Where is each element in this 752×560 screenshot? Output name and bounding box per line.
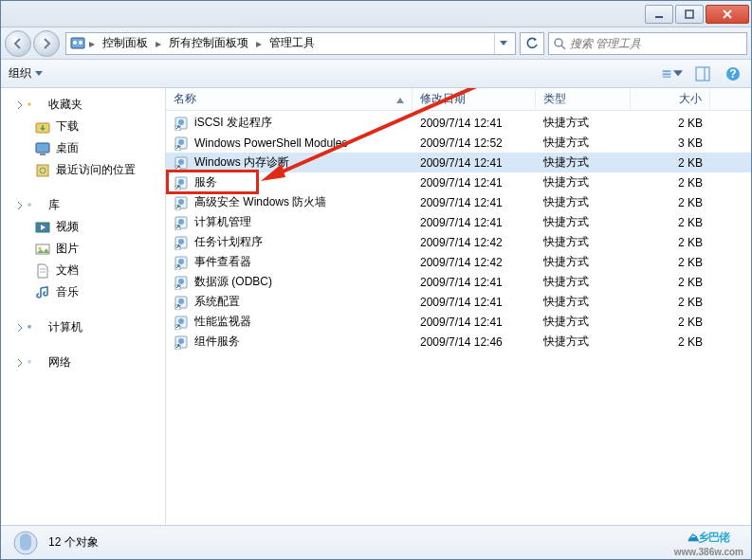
file-date: 2009/7/14 12:41: [413, 196, 536, 209]
table-row[interactable]: 组件服务2009/7/14 12:46快捷方式2 KB: [166, 332, 751, 352]
file-date: 2009/7/14 12:42: [413, 236, 536, 249]
address-bar[interactable]: ▸ 控制面板 ▸ 所有控制面板项 ▸ 管理工具: [65, 32, 516, 55]
control-panel-icon: [70, 36, 85, 51]
file-name: 组件服务: [194, 334, 240, 350]
watermark-brand: 乡巴佬: [698, 531, 729, 544]
file-type: 快捷方式: [536, 334, 631, 350]
download-folder-icon: [35, 119, 50, 135]
search-icon: [553, 37, 566, 50]
svg-rect-17: [36, 143, 49, 153]
search-input[interactable]: [570, 37, 743, 50]
sidebar-item-label: 文档: [56, 262, 79, 279]
svg-rect-11: [663, 76, 671, 77]
shortcut-file-icon: [174, 155, 189, 171]
sidebar-group-label: 网络: [48, 354, 71, 370]
expand-icon: [18, 101, 22, 109]
maximize-button[interactable]: [675, 5, 704, 24]
sidebar-group-label: 库: [48, 197, 60, 213]
svg-rect-1: [686, 10, 693, 18]
file-size: 2 KB: [631, 216, 710, 229]
shortcut-file-icon: [174, 334, 189, 350]
breadcrumb-item[interactable]: 所有控制面板项: [165, 33, 252, 53]
table-row[interactable]: 高级安全 Windows 防火墙2009/7/14 12:41快捷方式2 KB: [166, 192, 751, 212]
back-button[interactable]: [5, 30, 31, 57]
svg-point-36: [178, 119, 184, 125]
star-icon: [28, 98, 43, 113]
table-row[interactable]: 数据源 (ODBC)2009/7/14 12:41快捷方式2 KB: [166, 272, 751, 292]
shortcut-file-icon: [174, 275, 189, 290]
breadcrumb-item[interactable]: 管理工具: [266, 33, 319, 53]
search-box[interactable]: [548, 32, 747, 55]
svg-rect-30: [28, 325, 31, 327]
sidebar-group-收藏夹[interactable]: 收藏夹: [1, 94, 165, 116]
close-button[interactable]: [706, 5, 749, 24]
titlebar: [1, 1, 751, 27]
minimize-button[interactable]: [645, 5, 673, 24]
table-row[interactable]: 服务2009/7/14 12:41快捷方式2 KB: [166, 172, 751, 192]
address-dropdown[interactable]: [494, 33, 511, 54]
help-button[interactable]: ?: [723, 63, 743, 84]
file-type: 快捷方式: [536, 115, 631, 131]
sidebar-item-视频[interactable]: 视频: [1, 216, 165, 238]
sidebar-group-网络[interactable]: 网络: [1, 352, 165, 373]
file-date: 2009/7/14 12:41: [413, 276, 536, 289]
svg-point-60: [178, 279, 184, 284]
sort-asc-icon: [396, 93, 404, 106]
sidebar-item-音乐[interactable]: 音乐: [1, 281, 165, 303]
view-button[interactable]: [662, 63, 683, 84]
breadcrumb-item[interactable]: 控制面板: [99, 33, 152, 53]
table-row[interactable]: 事件查看器2009/7/14 12:42快捷方式2 KB: [166, 252, 751, 272]
svg-line-8: [561, 45, 565, 49]
sidebar-item-图片[interactable]: 图片: [1, 238, 165, 260]
table-row[interactable]: iSCSI 发起程序2009/7/14 12:41快捷方式2 KB: [166, 113, 751, 133]
table-row[interactable]: 计算机管理2009/7/14 12:41快捷方式2 KB: [166, 212, 751, 232]
shortcut-file-icon: [174, 295, 189, 310]
sidebar-item-最近访问的位置[interactable]: 最近访问的位置: [1, 159, 165, 181]
chevron-down-icon: [35, 71, 43, 77]
table-row[interactable]: 性能监视器2009/7/14 12:41快捷方式2 KB: [166, 312, 751, 332]
sidebar-item-label: 音乐: [56, 284, 79, 300]
svg-point-27: [39, 246, 42, 249]
expand-icon: [18, 324, 22, 332]
column-type[interactable]: 类型: [536, 88, 631, 110]
computer-icon: [28, 320, 43, 335]
svg-point-69: [178, 338, 184, 344]
sidebar-item-下载[interactable]: 下载: [1, 116, 165, 137]
file-size: 3 KB: [631, 136, 710, 150]
svg-rect-31: [28, 328, 30, 329]
table-row[interactable]: 系统配置2009/7/14 12:41快捷方式2 KB: [166, 292, 751, 312]
status-bar: 12 个对象: [1, 525, 751, 559]
file-name: 事件查看器: [194, 254, 251, 270]
table-row[interactable]: 任务计划程序2009/7/14 12:42快捷方式2 KB: [166, 232, 751, 252]
sidebar-item-文档[interactable]: 文档: [1, 260, 165, 281]
file-date: 2009/7/14 12:52: [413, 136, 536, 150]
sidebar-group-库[interactable]: 库: [1, 194, 165, 216]
shortcut-file-icon: [174, 215, 189, 230]
shortcut-file-icon: [174, 135, 189, 151]
shortcut-file-icon: [174, 255, 189, 270]
preview-pane-button[interactable]: [692, 63, 713, 84]
expand-icon: [18, 359, 22, 367]
table-row[interactable]: Windows PowerShell Modules2009/7/14 12:5…: [166, 133, 751, 153]
status-count: 12 个对象: [48, 534, 99, 551]
breadcrumb-sep: ▸: [254, 37, 264, 50]
sidebar-item-桌面[interactable]: 桌面: [1, 137, 165, 159]
file-date: 2009/7/14 12:41: [413, 216, 536, 229]
file-type: 快捷方式: [536, 274, 631, 290]
video-icon: [35, 220, 50, 235]
svg-point-54: [178, 239, 184, 244]
sidebar-item-label: 下载: [56, 118, 79, 135]
refresh-button[interactable]: [520, 32, 544, 55]
column-size[interactable]: 大小: [631, 88, 710, 110]
organize-menu[interactable]: 组织: [9, 65, 43, 81]
column-date[interactable]: 修改日期: [413, 88, 536, 110]
table-row[interactable]: Windows 内存诊断2009/7/14 12:41快捷方式2 KB: [166, 153, 751, 172]
file-date: 2009/7/14 12:41: [413, 117, 536, 130]
forward-button[interactable]: [33, 30, 60, 57]
svg-text:?: ?: [729, 67, 736, 81]
file-type: 快捷方式: [536, 314, 631, 330]
sidebar-group-label: 收藏夹: [48, 97, 83, 113]
sidebar-group-计算机[interactable]: 计算机: [1, 316, 165, 338]
file-name: iSCSI 发起程序: [194, 115, 272, 131]
column-name[interactable]: 名称: [166, 88, 413, 110]
